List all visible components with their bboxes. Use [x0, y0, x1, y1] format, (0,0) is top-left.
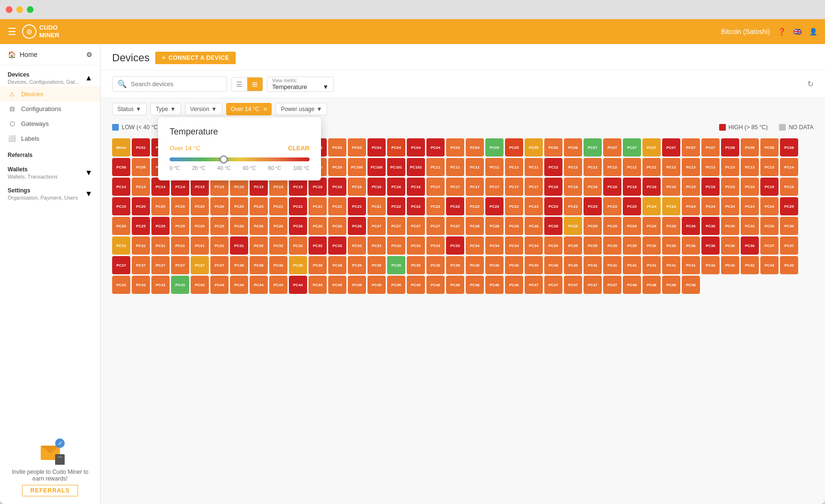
maximize-btn[interactable] — [27, 6, 34, 13]
device-cell[interactable]: PC07 — [682, 138, 700, 157]
device-cell[interactable]: PC13 — [662, 158, 680, 176]
device-cell[interactable]: PC45 — [348, 276, 366, 294]
device-cell[interactable]: PC24 — [760, 197, 779, 215]
device-cell[interactable]: PC43 — [132, 276, 150, 294]
device-cell[interactable]: PC43 — [171, 276, 189, 294]
list-view-button[interactable]: ☰ — [231, 78, 247, 91]
device-cell[interactable]: PC38 — [289, 256, 307, 274]
device-cell[interactable]: PC16 — [407, 178, 425, 196]
device-cell[interactable]: PC28 — [466, 217, 484, 235]
device-cell[interactable]: PC17 — [505, 178, 523, 196]
sidebar-wallets-header[interactable]: Wallets Wallets, Transactions ▼ — [8, 166, 92, 179]
device-cell[interactable]: PC29 — [642, 217, 661, 235]
device-cell[interactable]: PC37 — [780, 236, 798, 255]
device-cell[interactable]: PC14 — [112, 178, 130, 196]
settings-gear-icon[interactable]: ⚙ — [86, 51, 92, 58]
device-cell[interactable]: PC47 — [544, 276, 562, 294]
device-cell[interactable]: PC45 — [328, 276, 346, 294]
device-cell[interactable]: PC08 — [780, 138, 798, 157]
device-cell[interactable]: PC37 — [210, 256, 229, 274]
device-cell[interactable]: PC20 — [210, 197, 229, 215]
temp-clear-button[interactable]: CLEAR — [288, 145, 309, 152]
device-cell[interactable]: PC20 — [171, 197, 189, 215]
device-cell[interactable]: PC08 — [741, 138, 759, 157]
device-cell[interactable]: PC34 — [466, 236, 484, 255]
device-cell[interactable]: PC40 — [505, 256, 523, 274]
device-cell[interactable]: PC40 — [525, 256, 543, 274]
device-cell[interactable]: PC46 — [446, 276, 464, 294]
device-cell[interactable]: PC31 — [171, 236, 189, 255]
device-cell[interactable]: PC12 — [564, 158, 582, 176]
language-flag[interactable]: 🇬🇧 — [793, 28, 802, 35]
device-cell[interactable]: PC44 — [289, 276, 307, 294]
device-cell[interactable]: PC12 — [603, 158, 621, 176]
device-cell[interactable]: PC25 — [171, 217, 189, 235]
device-cell[interactable]: PC19 — [780, 178, 798, 196]
device-cell[interactable]: PC11 — [505, 158, 523, 176]
device-cell[interactable]: PC04 — [407, 138, 425, 157]
device-cell[interactable]: PC48 — [623, 276, 641, 294]
device-cell[interactable]: PC40 — [544, 256, 562, 274]
power-usage-filter-button[interactable]: Power usage ▼ — [275, 103, 327, 115]
device-cell[interactable]: PC16 — [348, 178, 366, 196]
device-cell[interactable]: PC18 — [603, 178, 621, 196]
close-btn[interactable] — [6, 6, 12, 13]
device-cell[interactable]: PC11 — [525, 158, 543, 176]
active-filter-chip[interactable]: Over 14 °C × — [226, 103, 272, 115]
device-cell[interactable]: PC26 — [269, 217, 287, 235]
sidebar-item-gateways[interactable]: ⬡ Gateways — [0, 116, 100, 131]
device-cell[interactable]: PC17 — [466, 178, 484, 196]
device-cell[interactable]: PC40 — [466, 256, 484, 274]
device-cell[interactable]: PC36 — [662, 236, 680, 255]
device-cell[interactable]: PC36 — [701, 236, 720, 255]
device-cell[interactable]: PC07 — [603, 138, 621, 157]
device-cell[interactable]: PC16 — [387, 178, 405, 196]
device-cell[interactable]: PC30 — [760, 217, 779, 235]
device-cell[interactable]: PC07 — [662, 138, 680, 157]
device-cell[interactable]: PC48 — [682, 276, 700, 294]
device-cell[interactable]: PC21 — [309, 197, 327, 215]
device-cell[interactable]: PC03 — [348, 138, 366, 157]
device-cell[interactable]: PC42 — [741, 256, 759, 274]
device-cell[interactable]: PC22 — [466, 197, 484, 215]
device-cell[interactable]: PC19 — [112, 197, 130, 215]
device-cell[interactable]: PC36 — [721, 236, 739, 255]
device-cell[interactable]: PC04 — [466, 138, 484, 157]
device-cell[interactable]: PC35 — [603, 236, 621, 255]
device-cell[interactable]: PC31 — [151, 236, 170, 255]
device-cell[interactable]: PC38 — [328, 256, 346, 274]
device-cell[interactable]: PC23 — [603, 197, 621, 215]
device-cell[interactable]: PC21 — [269, 197, 287, 215]
device-cell[interactable]: PC38 — [269, 256, 287, 274]
device-cell[interactable]: PC43 — [151, 276, 170, 294]
device-cell[interactable]: PC30 — [741, 217, 759, 235]
device-cell[interactable]: PC29 — [564, 217, 582, 235]
device-cell[interactable]: PC45 — [367, 276, 386, 294]
device-cell[interactable]: PC07 — [642, 138, 661, 157]
device-cell[interactable]: PC26 — [289, 217, 307, 235]
device-cell[interactable]: PC47 — [525, 276, 543, 294]
device-cell[interactable]: PC39 — [407, 256, 425, 274]
device-cell[interactable]: PC36 — [682, 236, 700, 255]
device-cell[interactable]: PC11 — [466, 158, 484, 176]
device-cell[interactable]: PC27 — [446, 217, 464, 235]
sidebar-item-configurations[interactable]: ⊟ Configurations — [0, 101, 100, 116]
device-cell[interactable]: PC13 — [741, 158, 759, 176]
sidebar-settings-header[interactable]: Settings Organisation, Payment, Users ▼ — [8, 187, 92, 201]
connect-device-button[interactable]: + CONNECT A DEVICE — [155, 52, 236, 64]
device-cell[interactable]: PC30 — [701, 217, 720, 235]
device-cell[interactable]: PC31 — [132, 236, 150, 255]
device-cell[interactable]: PC32 — [289, 236, 307, 255]
device-cell[interactable]: PC11 — [426, 158, 445, 176]
device-cell[interactable]: PC11 — [485, 158, 504, 176]
device-cell[interactable]: PC20 — [151, 197, 170, 215]
user-icon[interactable]: 👤 — [809, 28, 817, 35]
device-cell[interactable]: PC12 — [642, 158, 661, 176]
device-cell[interactable]: PC12 — [544, 158, 562, 176]
device-cell[interactable]: PC39 — [367, 256, 386, 274]
device-cell[interactable]: PC26 — [348, 217, 366, 235]
device-cell[interactable]: PC29 — [584, 217, 602, 235]
device-cell[interactable]: PC37 — [760, 236, 779, 255]
device-cell[interactable]: PC13 — [721, 158, 739, 176]
type-filter-button[interactable]: Type ▼ — [150, 103, 181, 115]
